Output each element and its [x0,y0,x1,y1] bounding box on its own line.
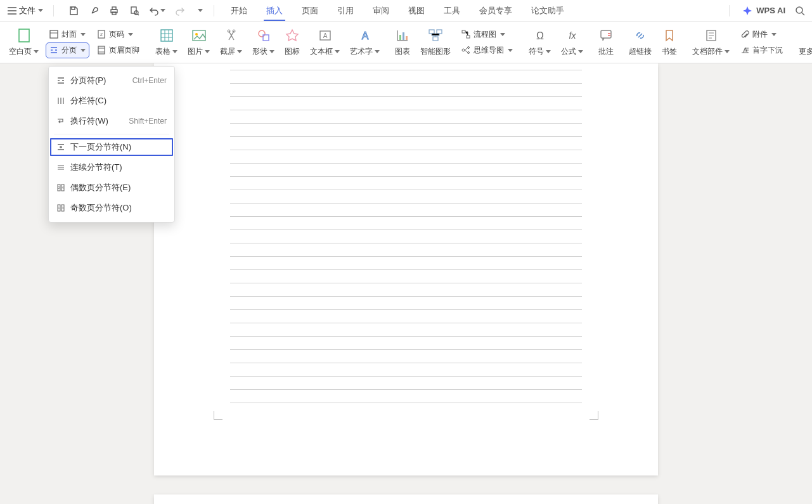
attachment-button[interactable]: 附件 [737,27,786,42]
wps-ai-button[interactable]: WPS AI [742,6,785,16]
drop-cap-button[interactable]: A 首字下沉 [737,43,786,58]
doc-parts-button[interactable]: 文档部件 [687,22,735,63]
dd-next-page-section-break[interactable]: 下一页分节符(N) [49,137,174,157]
mindmap-button[interactable]: 思维导图 [458,43,516,58]
underline-row [230,163,582,164]
tab-page[interactable]: 页面 [299,1,321,20]
tab-reference[interactable]: 引用 [335,1,356,20]
label: 分页符(P) [70,75,106,86]
label: 图标 [285,46,300,57]
svg-point-16 [259,30,265,37]
header-footer-icon [97,46,106,55]
chart-button[interactable]: 图表 [390,22,415,63]
underline-row [230,83,582,84]
document-page[interactable] [154,63,658,475]
ribbon-tabs: 开始 插入 页面 引用 审阅 视图 工具 会员专享 论文助手 [228,1,567,20]
dd-line-break[interactable]: 换行符(W) Shift+Enter [49,111,174,131]
bookmark-button[interactable]: 书签 [657,22,682,63]
textbox-button[interactable]: A 文本框 [305,22,345,63]
tab-view[interactable]: 视图 [406,1,427,20]
dd-continuous-section-break[interactable]: 连续分节符(T) [49,157,174,178]
page-number-icon: # [97,30,106,39]
chevron-down-icon [172,50,177,53]
label: 分页 [61,45,77,56]
label: 连续分节符(T) [70,162,122,173]
redo-button[interactable] [173,4,187,18]
label: 奇数页分节符(O) [70,202,132,214]
more-material-button[interactable]: 更多素材 [794,22,812,63]
symbol-button[interactable]: Ω 符号 [524,22,556,63]
tab-label: 审阅 [373,5,389,16]
table-button[interactable]: 表格 [150,22,183,63]
mindmap-icon [461,46,470,55]
flowchart-button[interactable]: 流程图 [458,27,516,42]
smartart-button[interactable]: 智能图形 [415,22,456,63]
picture-button[interactable]: 图片 [183,22,215,63]
svg-text:#: # [100,32,103,37]
tab-label: 视图 [408,5,425,16]
qat-more-button[interactable] [193,4,207,18]
svg-text:4: 4 [62,186,64,190]
chevron-down-icon [81,49,86,52]
shapes-button[interactable]: 形状 [247,22,280,63]
hyperlink-icon [633,27,647,44]
tab-review[interactable]: 审阅 [370,1,392,20]
label: 流程图 [474,29,496,40]
chart-icon [396,27,409,44]
equation-button[interactable]: fx 公式 [556,22,588,63]
tab-insert[interactable]: 插入 [264,1,285,20]
menubar-left: 文件 [4,1,567,20]
search-button[interactable] [793,4,807,18]
dd-odd-page-section-break[interactable]: 13 奇数页分节符(O) [49,198,174,218]
svg-rect-7 [50,30,58,38]
tab-label: 开始 [231,5,247,16]
print-preview-button[interactable] [127,4,141,18]
format-painter-button[interactable] [87,4,101,18]
tab-member[interactable]: 会员专享 [477,1,515,20]
save-button[interactable] [67,4,81,18]
dd-even-page-section-break[interactable]: 24 偶数页分节符(E) [49,178,174,198]
header-footer-button[interactable]: 页眉页脚 [94,43,143,58]
tab-start[interactable]: 开始 [228,1,250,20]
label: 图表 [395,46,410,57]
screenshot-button[interactable]: 截屏 [215,22,247,63]
tab-label: 工具 [444,5,460,16]
group-illustrations: 表格 图片 截屏 形状 图标 A 文本框 A 艺术字 [150,22,385,63]
underline-row [230,70,582,70]
cover-button[interactable]: 封面 [46,27,89,42]
column-break-icon [56,96,65,105]
document-page[interactable] [154,494,658,504]
tab-paper-assistant[interactable]: 论文助手 [529,1,567,20]
picture-icon [191,27,207,44]
page-number-button[interactable]: # 页码 [94,27,143,42]
section-break-continuous-icon [56,163,65,172]
tab-label: 插入 [266,5,283,16]
wordart-button[interactable]: A 艺术字 [345,22,385,63]
dd-column-break[interactable]: 分栏符(C) [49,91,174,111]
page-break-button[interactable]: 分页 [46,43,89,58]
underline-row [230,110,582,110]
hamburger-icon [8,7,16,15]
label: 封面 [61,29,77,40]
svg-rect-27 [462,30,465,33]
undo-button[interactable] [148,4,167,18]
hyperlink-button[interactable]: 超链接 [624,22,657,63]
svg-rect-24 [429,30,434,34]
underline-row [230,150,582,150]
dd-page-break[interactable]: 分页符(P) Ctrl+Enter [49,70,174,91]
file-menu-button[interactable]: 文件 [4,3,47,19]
tab-tools[interactable]: 工具 [441,1,463,20]
icon-button[interactable]: 图标 [280,22,305,63]
section-break-odd-icon: 13 [56,204,65,212]
blank-page-icon [18,27,30,44]
label: 图片 [188,46,203,57]
underline-row [230,203,582,204]
label: 页眉页脚 [109,45,139,56]
comment-button[interactable]: 批注 [593,22,619,63]
underline-row [230,296,582,297]
blank-page-button[interactable]: 空白页 [4,22,44,63]
print-button[interactable] [107,4,121,18]
label: 思维导图 [474,45,504,56]
svg-rect-6 [19,29,29,42]
svg-text:3: 3 [62,206,64,210]
